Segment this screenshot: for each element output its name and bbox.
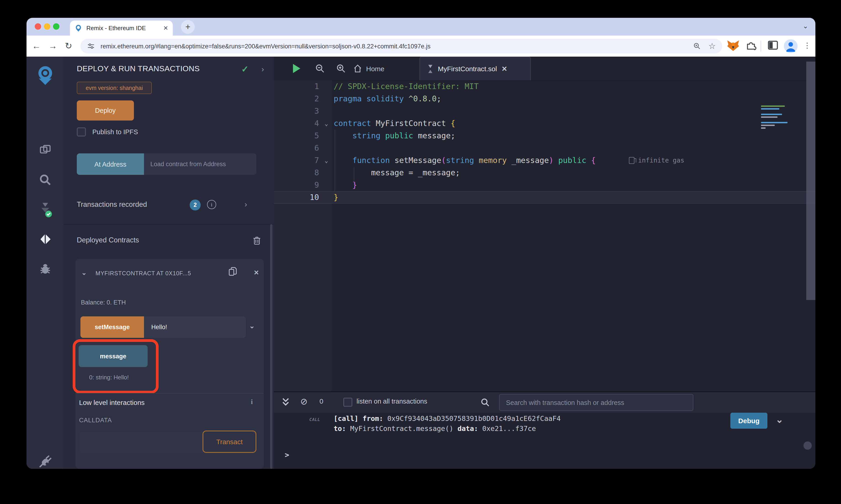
reload-icon[interactable]: ↻ bbox=[65, 36, 72, 57]
solidity-compiler-icon[interactable] bbox=[27, 202, 64, 217]
set-message-input[interactable] bbox=[144, 317, 246, 338]
code-line[interactable]: 2pragma solidity ^0.8.0; bbox=[274, 93, 816, 105]
message-getter-button[interactable]: message bbox=[79, 345, 148, 367]
listen-all-label: listen on all transactions bbox=[357, 398, 427, 405]
close-window-button[interactable] bbox=[35, 23, 41, 30]
code-line[interactable]: 6 bbox=[274, 142, 816, 154]
url-bar[interactable]: remix.ethereum.org/#lang=en&optimize=fal… bbox=[81, 39, 722, 53]
panel-scrollbar[interactable] bbox=[270, 224, 272, 469]
publish-ipfs-label: Publish to IPFS bbox=[92, 128, 138, 136]
terminal-search-input[interactable] bbox=[499, 394, 693, 411]
deploy-run-panel: DEPLOY & RUN TRANSACTIONS ✓ › evm versio… bbox=[64, 57, 274, 469]
clear-console-icon[interactable]: ⊘ bbox=[300, 396, 308, 407]
low-level-info-icon[interactable]: i bbox=[247, 398, 256, 407]
tx-count-badge: 2 bbox=[190, 199, 201, 211]
listen-all-checkbox[interactable] bbox=[343, 398, 353, 407]
new-tab-button[interactable]: + bbox=[181, 20, 195, 34]
contract-collapse-chevron-icon[interactable]: ⌄ bbox=[81, 269, 87, 276]
deployed-contracts-title: Deployed Contracts bbox=[77, 236, 139, 244]
zoom-out-icon[interactable] bbox=[315, 64, 325, 73]
site-settings-icon[interactable] bbox=[87, 42, 95, 50]
code-editor[interactable]: 1// SPDX-License-Identifier: MIT2pragma … bbox=[274, 80, 816, 391]
code-line[interactable]: 4⌄contract MyFirstContract { bbox=[274, 117, 816, 130]
metamask-icon[interactable] bbox=[727, 39, 740, 52]
tx-expand-chevron-icon[interactable]: › bbox=[244, 200, 247, 209]
tx-info-icon[interactable]: i bbox=[207, 200, 216, 209]
terminal-prompt: > bbox=[285, 451, 289, 459]
terminal-search-icon bbox=[480, 398, 490, 407]
zoom-in-icon[interactable] bbox=[336, 64, 346, 73]
tab-myfirstcontract[interactable]: MyFirstContract.sol ✕ bbox=[419, 57, 531, 80]
file-tab-close-icon[interactable]: ✕ bbox=[501, 65, 507, 73]
set-message-expand-chevron-icon[interactable]: ⌄ bbox=[249, 322, 255, 330]
deploy-button[interactable]: Deploy bbox=[77, 101, 134, 121]
debug-button[interactable]: Debug bbox=[731, 413, 768, 429]
deployed-contract-card: ⌄ MYFIRSTCONTRACT AT 0X10F...5 ✕ Balance… bbox=[75, 259, 264, 469]
editor-zone: Home MyFirstContract.sol ✕ 1// SPDX-Lice… bbox=[274, 57, 816, 469]
indent-guide bbox=[354, 167, 354, 185]
code-line[interactable]: 3 bbox=[274, 105, 816, 117]
editor-scrollbar[interactable] bbox=[806, 61, 816, 300]
minimize-window-button[interactable] bbox=[44, 23, 50, 30]
code-line[interactable]: 10} bbox=[274, 191, 816, 204]
code-line[interactable]: 1// SPDX-License-Identifier: MIT bbox=[274, 80, 816, 93]
panel-pin-chevron-icon[interactable]: › bbox=[261, 65, 264, 74]
url-text[interactable]: remix.ethereum.org/#lang=en&optimize=fal… bbox=[101, 43, 693, 50]
forward-icon[interactable]: → bbox=[49, 36, 57, 57]
extensions-icon[interactable] bbox=[745, 39, 757, 51]
transact-button[interactable]: Transact bbox=[203, 431, 256, 453]
contract-remove-icon[interactable]: ✕ bbox=[254, 269, 259, 276]
low-level-title: Low level interactions bbox=[79, 398, 145, 406]
browser-window: Remix - Ethereum IDE ✕ + ⌄ ← → ↻ remix.e… bbox=[27, 18, 816, 469]
tx-recorded-label: Transactions recorded bbox=[77, 200, 147, 209]
log-expand-chevron-icon[interactable]: ⌄ bbox=[776, 414, 784, 425]
back-icon[interactable]: ← bbox=[32, 36, 41, 57]
bookmark-star-icon[interactable]: ☆ bbox=[708, 41, 716, 51]
browser-toolbar: ← → ↻ remix.ethereum.org/#lang=en&optimi… bbox=[27, 36, 816, 57]
menu-kebab-icon[interactable]: ⋮ bbox=[804, 41, 811, 50]
remix-app: ⚙ DEPLOY & RUN TRANSACTIONS ✓ › evm vers… bbox=[27, 57, 816, 469]
terminal-log[interactable]: [call] from: 0x9Cf934043aD350758391b0D01… bbox=[334, 414, 561, 434]
side-panel-icon[interactable] bbox=[767, 39, 779, 51]
minimap[interactable] bbox=[761, 106, 788, 130]
panel-divider bbox=[64, 224, 274, 224]
plugin-manager-icon[interactable] bbox=[27, 455, 64, 468]
tab-title: Remix - Ethereum IDE bbox=[86, 25, 160, 32]
file-tab-label: MyFirstContract.sol bbox=[438, 65, 497, 73]
screenshot-canvas: Remix - Ethereum IDE ✕ + ⌄ ← → ↻ remix.e… bbox=[0, 0, 841, 504]
code-lines: 1// SPDX-License-Identifier: MIT2pragma … bbox=[274, 80, 816, 204]
profile-avatar[interactable] bbox=[784, 39, 797, 53]
code-line[interactable]: 5 string public message; bbox=[274, 130, 816, 142]
trash-icon[interactable] bbox=[253, 236, 261, 245]
at-address-button[interactable]: At Address bbox=[77, 154, 144, 175]
tab-strip: Remix - Ethereum IDE ✕ + ⌄ bbox=[27, 18, 816, 36]
set-message-button[interactable]: setMessage bbox=[81, 317, 144, 338]
expand-terminal-icon[interactable] bbox=[282, 398, 289, 407]
tab-search-icon[interactable]: ⌄ bbox=[803, 22, 808, 30]
tab-close-icon[interactable]: ✕ bbox=[163, 25, 168, 32]
deploy-run-icon[interactable] bbox=[27, 233, 64, 246]
at-address-input[interactable] bbox=[144, 154, 256, 175]
browser-tab[interactable]: Remix - Ethereum IDE ✕ bbox=[70, 20, 173, 36]
card-divider bbox=[75, 393, 264, 394]
remix-favicon bbox=[74, 24, 82, 32]
gas-estimate-annotation: infinite gas bbox=[629, 154, 684, 167]
scroll-to-bottom-button[interactable] bbox=[804, 442, 812, 450]
search-icon[interactable] bbox=[27, 174, 64, 186]
code-line[interactable]: 8 message = _message; bbox=[274, 167, 816, 179]
zoom-page-icon[interactable] bbox=[693, 42, 701, 50]
remix-logo-icon[interactable] bbox=[27, 65, 64, 86]
code-line[interactable]: 9 } bbox=[274, 179, 816, 191]
code-line[interactable]: 7⌄ function setMessage(string memory _me… bbox=[274, 154, 816, 167]
file-explorer-icon[interactable] bbox=[27, 143, 64, 156]
panel-title: DEPLOY & RUN TRANSACTIONS bbox=[77, 65, 200, 73]
calldata-input[interactable] bbox=[79, 431, 204, 453]
contract-instance-title[interactable]: MYFIRSTCONTRACT AT 0X10F...5 bbox=[96, 270, 191, 277]
copy-address-icon[interactable] bbox=[228, 267, 237, 277]
debugger-icon[interactable] bbox=[27, 263, 64, 276]
publish-ipfs-checkbox[interactable] bbox=[77, 127, 86, 137]
maximize-window-button[interactable] bbox=[53, 23, 59, 30]
terminal: ⊘ 0 listen on all transactions CALL [cal… bbox=[274, 391, 816, 469]
tab-home[interactable]: Home bbox=[353, 57, 384, 80]
run-script-play-icon[interactable] bbox=[292, 64, 301, 73]
